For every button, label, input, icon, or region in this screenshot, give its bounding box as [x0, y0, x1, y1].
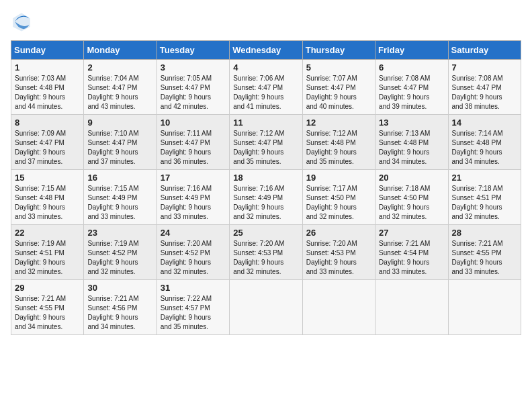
week-row-3: 15Sunrise: 7:15 AMSunset: 4:48 PMDayligh… — [11, 170, 521, 225]
cell-info: Sunrise: 7:16 AMSunset: 4:49 PMDaylight:… — [161, 184, 226, 222]
day-number: 10 — [161, 118, 226, 128]
week-row-5: 29Sunrise: 7:21 AMSunset: 4:55 PMDayligh… — [11, 280, 521, 335]
day-number: 15 — [15, 173, 80, 183]
calendar-cell: 17Sunrise: 7:16 AMSunset: 4:49 PMDayligh… — [157, 170, 229, 225]
cell-info: Sunrise: 7:13 AMSunset: 4:48 PMDaylight:… — [379, 129, 444, 167]
day-number: 4 — [233, 62, 298, 73]
calendar-cell: 23Sunrise: 7:19 AMSunset: 4:52 PMDayligh… — [84, 225, 157, 280]
col-header-tuesday: Tuesday — [157, 41, 229, 60]
calendar-cell: 31Sunrise: 7:22 AMSunset: 4:57 PMDayligh… — [157, 280, 229, 335]
day-number: 29 — [15, 283, 80, 293]
calendar-cell: 13Sunrise: 7:13 AMSunset: 4:48 PMDayligh… — [375, 115, 448, 170]
calendar-cell: 3Sunrise: 7:05 AMSunset: 4:47 PMDaylight… — [157, 60, 229, 115]
cell-info: Sunrise: 7:07 AMSunset: 4:47 PMDaylight:… — [306, 74, 371, 111]
day-number: 7 — [452, 62, 517, 73]
calendar-cell: 20Sunrise: 7:18 AMSunset: 4:50 PMDayligh… — [375, 170, 448, 225]
calendar-cell: 2Sunrise: 7:04 AMSunset: 4:47 PMDaylight… — [84, 60, 157, 115]
col-header-saturday: Saturday — [448, 41, 521, 60]
calendar-cell: 7Sunrise: 7:08 AMSunset: 4:47 PMDaylight… — [448, 60, 521, 115]
cell-info: Sunrise: 7:21 AMSunset: 4:55 PMDaylight:… — [15, 294, 80, 332]
calendar-cell: 30Sunrise: 7:21 AMSunset: 4:56 PMDayligh… — [84, 280, 157, 335]
calendar-cell — [448, 280, 521, 335]
cell-info: Sunrise: 7:21 AMSunset: 4:54 PMDaylight:… — [379, 239, 444, 277]
cell-info: Sunrise: 7:15 AMSunset: 4:48 PMDaylight:… — [15, 184, 80, 222]
week-row-4: 22Sunrise: 7:19 AMSunset: 4:51 PMDayligh… — [11, 225, 521, 280]
calendar-cell: 19Sunrise: 7:17 AMSunset: 4:50 PMDayligh… — [302, 170, 375, 225]
cell-info: Sunrise: 7:21 AMSunset: 4:56 PMDaylight:… — [87, 294, 152, 332]
day-number: 25 — [233, 228, 298, 238]
calendar-cell — [302, 280, 375, 335]
cell-info: Sunrise: 7:08 AMSunset: 4:47 PMDaylight:… — [379, 74, 444, 111]
calendar-cell: 26Sunrise: 7:20 AMSunset: 4:53 PMDayligh… — [302, 225, 375, 280]
day-number: 17 — [161, 173, 226, 183]
day-number: 9 — [87, 118, 152, 128]
cell-info: Sunrise: 7:03 AMSunset: 4:48 PMDaylight:… — [15, 74, 80, 111]
page-header — [11, 11, 521, 32]
day-number: 1 — [15, 62, 80, 73]
calendar-cell: 10Sunrise: 7:11 AMSunset: 4:47 PMDayligh… — [157, 115, 229, 170]
day-number: 19 — [306, 173, 371, 183]
calendar-cell: 28Sunrise: 7:21 AMSunset: 4:55 PMDayligh… — [448, 225, 521, 280]
day-number: 27 — [379, 228, 444, 238]
calendar-table: SundayMondayTuesdayWednesdayThursdayFrid… — [11, 40, 521, 335]
week-row-2: 8Sunrise: 7:09 AMSunset: 4:47 PMDaylight… — [11, 115, 521, 170]
cell-info: Sunrise: 7:09 AMSunset: 4:47 PMDaylight:… — [15, 129, 80, 167]
cell-info: Sunrise: 7:11 AMSunset: 4:47 PMDaylight:… — [161, 129, 226, 167]
cell-info: Sunrise: 7:19 AMSunset: 4:52 PMDaylight:… — [87, 239, 152, 277]
calendar-cell: 21Sunrise: 7:18 AMSunset: 4:51 PMDayligh… — [448, 170, 521, 225]
cell-info: Sunrise: 7:12 AMSunset: 4:48 PMDaylight:… — [306, 129, 371, 167]
calendar-cell: 18Sunrise: 7:16 AMSunset: 4:49 PMDayligh… — [230, 170, 302, 225]
cell-info: Sunrise: 7:17 AMSunset: 4:50 PMDaylight:… — [306, 184, 371, 222]
cell-info: Sunrise: 7:20 AMSunset: 4:52 PMDaylight:… — [161, 239, 226, 277]
day-number: 13 — [379, 118, 444, 128]
col-header-wednesday: Wednesday — [230, 41, 302, 60]
day-number: 21 — [452, 173, 517, 183]
cell-info: Sunrise: 7:19 AMSunset: 4:51 PMDaylight:… — [15, 239, 80, 277]
week-row-1: 1Sunrise: 7:03 AMSunset: 4:48 PMDaylight… — [11, 60, 521, 115]
day-number: 8 — [15, 118, 80, 128]
calendar-cell: 16Sunrise: 7:15 AMSunset: 4:49 PMDayligh… — [84, 170, 157, 225]
cell-info: Sunrise: 7:16 AMSunset: 4:49 PMDaylight:… — [233, 184, 298, 222]
cell-info: Sunrise: 7:12 AMSunset: 4:47 PMDaylight:… — [233, 129, 298, 167]
day-number: 16 — [87, 173, 152, 183]
calendar-cell: 1Sunrise: 7:03 AMSunset: 4:48 PMDaylight… — [11, 60, 84, 115]
calendar-cell: 25Sunrise: 7:20 AMSunset: 4:53 PMDayligh… — [230, 225, 302, 280]
col-header-monday: Monday — [84, 41, 157, 60]
day-number: 2 — [87, 62, 152, 73]
calendar-cell: 12Sunrise: 7:12 AMSunset: 4:48 PMDayligh… — [302, 115, 375, 170]
cell-info: Sunrise: 7:10 AMSunset: 4:47 PMDaylight:… — [87, 129, 152, 167]
cell-info: Sunrise: 7:15 AMSunset: 4:49 PMDaylight:… — [87, 184, 152, 222]
col-header-sunday: Sunday — [11, 41, 84, 60]
cell-info: Sunrise: 7:20 AMSunset: 4:53 PMDaylight:… — [306, 239, 371, 277]
day-number: 20 — [379, 173, 444, 183]
calendar-cell: 4Sunrise: 7:06 AMSunset: 4:47 PMDaylight… — [230, 60, 302, 115]
day-number: 26 — [306, 228, 371, 238]
cell-info: Sunrise: 7:18 AMSunset: 4:51 PMDaylight:… — [452, 184, 517, 222]
cell-info: Sunrise: 7:14 AMSunset: 4:48 PMDaylight:… — [452, 129, 517, 167]
day-number: 28 — [452, 228, 517, 238]
cell-info: Sunrise: 7:18 AMSunset: 4:50 PMDaylight:… — [379, 184, 444, 222]
day-number: 6 — [379, 62, 444, 73]
day-number: 30 — [87, 283, 152, 293]
day-number: 31 — [161, 283, 226, 293]
header-row: SundayMondayTuesdayWednesdayThursdayFrid… — [11, 41, 521, 60]
calendar-cell: 27Sunrise: 7:21 AMSunset: 4:54 PMDayligh… — [375, 225, 448, 280]
cell-info: Sunrise: 7:04 AMSunset: 4:47 PMDaylight:… — [87, 74, 152, 111]
calendar-cell: 14Sunrise: 7:14 AMSunset: 4:48 PMDayligh… — [448, 115, 521, 170]
day-number: 22 — [15, 228, 80, 238]
cell-info: Sunrise: 7:21 AMSunset: 4:55 PMDaylight:… — [452, 239, 517, 277]
logo — [11, 11, 35, 32]
calendar-cell: 9Sunrise: 7:10 AMSunset: 4:47 PMDaylight… — [84, 115, 157, 170]
cell-info: Sunrise: 7:08 AMSunset: 4:47 PMDaylight:… — [452, 74, 517, 111]
cell-info: Sunrise: 7:05 AMSunset: 4:47 PMDaylight:… — [161, 74, 226, 111]
calendar-cell: 8Sunrise: 7:09 AMSunset: 4:47 PMDaylight… — [11, 115, 84, 170]
day-number: 11 — [233, 118, 298, 128]
day-number: 14 — [452, 118, 517, 128]
col-header-friday: Friday — [375, 41, 448, 60]
calendar-cell: 5Sunrise: 7:07 AMSunset: 4:47 PMDaylight… — [302, 60, 375, 115]
calendar-cell: 22Sunrise: 7:19 AMSunset: 4:51 PMDayligh… — [11, 225, 84, 280]
calendar-cell: 11Sunrise: 7:12 AMSunset: 4:47 PMDayligh… — [230, 115, 302, 170]
cell-info: Sunrise: 7:06 AMSunset: 4:47 PMDaylight:… — [233, 74, 298, 111]
day-number: 3 — [161, 62, 226, 73]
col-header-thursday: Thursday — [302, 41, 375, 60]
